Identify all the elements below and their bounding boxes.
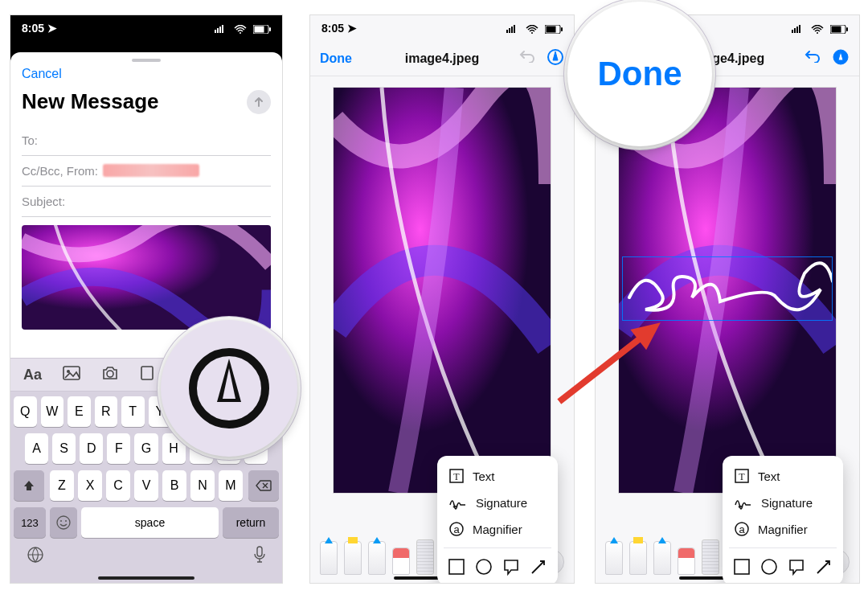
svg-text:a: a (739, 523, 745, 535)
key-d[interactable]: D (80, 433, 103, 464)
svg-rect-21 (509, 28, 510, 33)
sheet-grabber[interactable] (132, 59, 161, 62)
markup-pen-icon (547, 48, 564, 66)
markup-pen-icon (185, 344, 273, 433)
svg-rect-2 (219, 27, 221, 33)
key-q[interactable]: Q (14, 396, 37, 427)
pen-tool[interactable] (320, 541, 338, 575)
photo-picker-icon[interactable] (63, 366, 80, 384)
ruler-tool[interactable] (416, 539, 434, 575)
shape-square-button[interactable] (733, 558, 751, 579)
svg-text:T: T (453, 471, 460, 482)
signature-stroke (623, 257, 832, 322)
status-time: 8:05 (22, 22, 44, 35)
key-w[interactable]: W (41, 396, 64, 427)
add-magnifier-button[interactable]: a Magnifier (723, 515, 843, 543)
add-magnifier-label: Magnifier (758, 523, 808, 536)
home-indicator[interactable] (98, 576, 194, 580)
key-g[interactable]: G (134, 433, 158, 464)
shape-square-button[interactable] (448, 558, 465, 579)
key-n[interactable]: N (190, 470, 215, 501)
key-e[interactable]: E (68, 396, 91, 427)
shape-arrow-button[interactable] (815, 558, 833, 579)
backspace-key[interactable] (248, 470, 279, 501)
to-label: To: (22, 133, 38, 147)
eraser-tool[interactable] (392, 547, 410, 575)
key-a[interactable]: A (25, 433, 48, 464)
svg-rect-26 (547, 26, 556, 32)
markup-canvas[interactable] (334, 88, 551, 493)
undo-button[interactable] (805, 48, 821, 69)
location-arrow-icon: ➤ (47, 22, 57, 35)
numbers-key[interactable]: 123 (14, 507, 46, 538)
callout-done-label: Done (598, 55, 682, 93)
signature-selection-box[interactable] (622, 256, 833, 321)
subject-field[interactable]: Subject: (22, 187, 271, 217)
camera-icon[interactable] (101, 366, 119, 384)
text-box-icon: T (734, 468, 750, 484)
add-signature-label: Signature (761, 496, 813, 510)
add-signature-button[interactable]: Signature (723, 490, 843, 515)
space-key[interactable]: space (81, 507, 219, 538)
markup-toggle-button[interactable] (547, 48, 564, 69)
shape-arrow-button[interactable] (530, 558, 547, 579)
send-button[interactable] (247, 90, 271, 114)
subject-label: Subject: (22, 195, 65, 208)
add-annotation-popover: T Text Signature a Magnifier (437, 456, 558, 584)
popover-divider (729, 547, 837, 548)
image-attachment[interactable] (22, 225, 271, 330)
eraser-tool[interactable] (678, 547, 695, 575)
key-r[interactable]: R (95, 396, 118, 427)
globe-key[interactable] (27, 546, 44, 567)
svg-point-14 (57, 516, 70, 529)
shape-circle-button[interactable] (475, 558, 493, 579)
add-text-button[interactable]: T Text (437, 462, 558, 490)
pencil-tool[interactable] (368, 541, 386, 575)
markup-toggle-button[interactable] (832, 48, 850, 69)
undo-button[interactable] (519, 48, 535, 69)
key-v[interactable]: V (134, 470, 158, 501)
shape-speech-button[interactable] (502, 558, 520, 579)
shape-circle-button[interactable] (760, 558, 778, 579)
key-c[interactable]: C (106, 470, 130, 501)
file-title: image4.jpeg (405, 51, 479, 66)
emoji-key[interactable] (50, 507, 77, 538)
dictation-key[interactable] (253, 546, 266, 567)
cancel-button[interactable]: Cancel (22, 67, 62, 81)
shift-icon (23, 479, 35, 492)
key-m[interactable]: M (219, 470, 243, 501)
text-style-button[interactable]: Aa (23, 367, 42, 383)
pencil-tool[interactable] (653, 541, 671, 575)
key-z[interactable]: Z (50, 470, 74, 501)
highlighter-tool[interactable] (344, 541, 362, 575)
shape-speech-button[interactable] (788, 558, 805, 579)
magnifier-icon: a (734, 521, 750, 537)
pen-tool[interactable] (605, 541, 623, 575)
add-magnifier-button[interactable]: a Magnifier (437, 515, 558, 543)
status-icons (788, 22, 848, 35)
globe-icon (27, 546, 44, 564)
add-signature-label: Signature (476, 496, 527, 510)
cc-bcc-from-field[interactable]: Cc/Bcc, From: (22, 156, 271, 187)
mail-compose-screen: 8:05 ➤ Cancel New Message To: Cc/Bcc, Fr… (10, 14, 283, 584)
add-text-button[interactable]: T Text (723, 462, 843, 490)
key-t[interactable]: T (121, 396, 145, 427)
markup-canvas[interactable] (619, 88, 836, 493)
to-field[interactable]: To: (22, 125, 271, 156)
key-b[interactable]: B (162, 470, 186, 501)
backspace-icon (256, 480, 272, 491)
key-x[interactable]: X (78, 470, 102, 501)
shift-key[interactable] (14, 470, 44, 501)
svg-rect-12 (141, 367, 153, 379)
key-f[interactable]: F (107, 433, 130, 464)
highlighter-tool[interactable] (629, 541, 647, 575)
document-scan-icon[interactable] (140, 365, 154, 385)
callout-markup-icon (161, 320, 297, 457)
emoji-icon (56, 515, 71, 530)
done-button[interactable]: Done (320, 51, 352, 66)
add-signature-button[interactable]: Signature (437, 490, 558, 515)
ruler-tool[interactable] (702, 539, 719, 575)
return-key[interactable]: return (223, 507, 279, 538)
key-s[interactable]: S (52, 433, 76, 464)
compose-title: New Message (22, 89, 159, 114)
